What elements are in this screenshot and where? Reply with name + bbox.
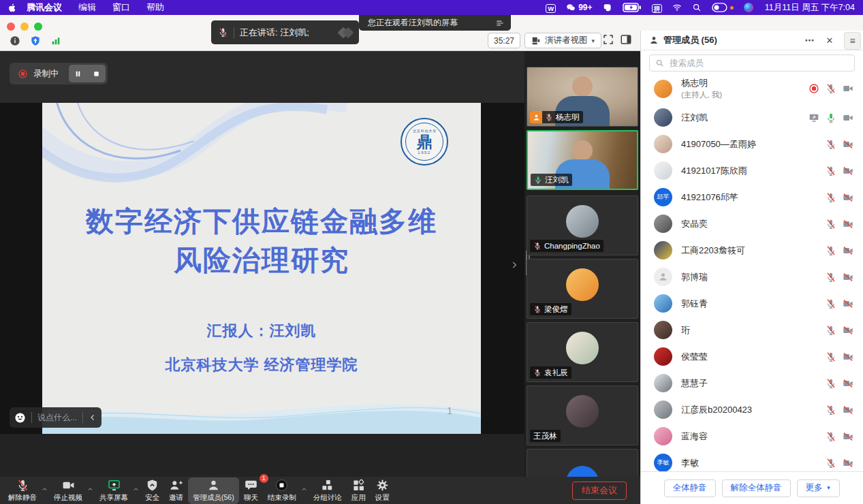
member-camera-icon[interactable] bbox=[843, 298, 853, 309]
toolbar-button[interactable]: 设置 bbox=[371, 477, 394, 504]
member-mic-icon[interactable] bbox=[826, 139, 836, 150]
member-row[interactable]: 慧慧子 bbox=[641, 370, 863, 396]
collapse-video-strip-chevron[interactable] bbox=[509, 257, 519, 272]
toolbar-button[interactable]: 1 聊天 bbox=[239, 477, 263, 504]
member-mic-icon[interactable] bbox=[826, 245, 836, 256]
member-camera-icon[interactable] bbox=[843, 325, 853, 336]
member-camera-icon[interactable] bbox=[843, 245, 853, 256]
member-camera-icon[interactable] bbox=[843, 272, 853, 283]
fullscreen-button[interactable] bbox=[602, 33, 614, 46]
menubar-menu-item[interactable]: 窗口 bbox=[112, 1, 130, 14]
chevron-up-icon[interactable] bbox=[42, 486, 48, 492]
menubar-status-icon[interactable] bbox=[744, 3, 753, 13]
member-mic-icon[interactable] bbox=[826, 112, 836, 123]
panel-more-button[interactable]: ⋯ bbox=[804, 35, 816, 45]
member-row[interactable]: 江彦辰b20200423 bbox=[641, 396, 863, 423]
video-tile[interactable]: 杨志明 bbox=[527, 67, 638, 127]
view-mode-button[interactable]: 演讲者视图 ▾ bbox=[524, 33, 601, 48]
video-tile[interactable]: ChangpingZhao bbox=[527, 195, 638, 255]
member-row[interactable]: 杨志明 (主持人, 我) bbox=[641, 73, 863, 104]
member-camera-icon[interactable] bbox=[843, 219, 853, 230]
member-mic-icon[interactable] bbox=[826, 378, 836, 389]
apple-logo-icon[interactable] bbox=[8, 3, 17, 13]
meeting-status-icon[interactable] bbox=[30, 35, 41, 46]
zoom-window-button[interactable] bbox=[34, 22, 42, 31]
member-row[interactable]: 珩 bbox=[641, 317, 863, 343]
toolbar-button[interactable]: 分组讨论 bbox=[309, 477, 347, 504]
member-row[interactable]: 蓝海容 bbox=[641, 423, 863, 450]
member-row[interactable]: 侯莹莹 bbox=[641, 343, 863, 370]
chat-input-placeholder[interactable]: 说点什么... bbox=[37, 412, 77, 424]
member-mic-icon[interactable] bbox=[826, 219, 836, 230]
meeting-status-icon[interactable] bbox=[50, 35, 61, 46]
meeting-status-icon[interactable] bbox=[10, 35, 20, 46]
menubar-status-icon[interactable] bbox=[672, 3, 682, 13]
menubar-status-icon[interactable] bbox=[712, 3, 734, 13]
menubar-menu-item[interactable]: 腾讯会议 bbox=[27, 1, 62, 14]
member-camera-icon[interactable] bbox=[843, 139, 853, 150]
sidepanel-toggle-button[interactable] bbox=[620, 33, 632, 46]
member-search-box[interactable] bbox=[649, 54, 855, 72]
toolbar-button[interactable]: 管理成员(56) bbox=[188, 477, 239, 504]
member-mic-icon[interactable] bbox=[826, 272, 836, 283]
toolbar-button[interactable]: 停止视频 bbox=[49, 477, 87, 504]
member-camera-icon[interactable] bbox=[843, 112, 853, 123]
mute-all-button[interactable]: 全体静音 bbox=[664, 479, 716, 497]
menubar-status-icon[interactable]: 99+ bbox=[566, 3, 592, 13]
toolbar-button[interactable]: 结束录制 bbox=[263, 477, 301, 504]
video-tile[interactable] bbox=[527, 449, 638, 477]
toolbar-button[interactable]: 邀请 bbox=[164, 477, 188, 504]
video-tile[interactable]: 汪刘凯 bbox=[527, 130, 638, 190]
chevron-up-icon[interactable] bbox=[301, 486, 307, 492]
member-camera-icon[interactable] bbox=[843, 405, 853, 415]
member-mic-icon[interactable] bbox=[826, 325, 836, 336]
member-camera-icon[interactable] bbox=[843, 431, 853, 442]
menubar-status-icon[interactable]: 拼 bbox=[652, 3, 663, 13]
menubar-menu-item[interactable]: 编辑 bbox=[78, 1, 96, 14]
menubar-clock[interactable]: 11月11日 周五 下午7:04 bbox=[765, 2, 855, 14]
member-row[interactable]: 李敏 李敏 bbox=[641, 450, 863, 472]
more-actions-button[interactable]: 更多 ▼ bbox=[797, 479, 841, 497]
member-mic-icon[interactable] bbox=[826, 192, 836, 203]
menubar-status-icon[interactable] bbox=[692, 3, 702, 13]
member-camera-icon[interactable] bbox=[843, 192, 853, 203]
member-mic-icon[interactable] bbox=[826, 431, 836, 442]
panel-menu-tab[interactable]: ≡ bbox=[844, 32, 861, 50]
list-lines-icon[interactable] bbox=[495, 18, 505, 28]
chevron-up-icon[interactable] bbox=[87, 486, 93, 492]
menubar-status-icon[interactable] bbox=[623, 3, 642, 13]
member-row[interactable]: 郭博瑞 bbox=[641, 264, 863, 290]
member-row[interactable]: 汪刘凯 bbox=[641, 104, 863, 131]
member-mic-icon[interactable] bbox=[826, 298, 836, 309]
end-meeting-button[interactable]: 结束会议 bbox=[572, 482, 627, 500]
member-row[interactable]: 邱芊 41921076邱芊 bbox=[641, 184, 863, 210]
video-tile[interactable]: 梁俊熠 bbox=[527, 259, 638, 319]
pause-recording-button[interactable] bbox=[69, 65, 87, 82]
member-row[interactable]: 安晶奕 bbox=[641, 210, 863, 237]
member-row[interactable]: 郭钰青 bbox=[641, 290, 863, 317]
close-window-button[interactable] bbox=[7, 22, 15, 31]
member-row[interactable]: 41921017陈欣雨 bbox=[641, 157, 863, 184]
toolbar-button[interactable]: 共享屏幕 bbox=[95, 477, 133, 504]
chevron-left-icon[interactable] bbox=[89, 413, 97, 422]
member-mic-icon[interactable] bbox=[826, 458, 836, 469]
menubar-status-icon[interactable]: W bbox=[546, 3, 556, 13]
member-camera-icon[interactable] bbox=[843, 378, 853, 389]
toolbar-button[interactable]: 安全 bbox=[140, 477, 164, 504]
stop-recording-button[interactable] bbox=[87, 65, 106, 82]
quick-chat-overlay[interactable]: 说点什么... bbox=[10, 407, 101, 428]
minimize-window-button[interactable] bbox=[20, 22, 29, 31]
member-camera-icon[interactable] bbox=[843, 166, 853, 176]
video-tile[interactable]: 袁礼辰 bbox=[527, 322, 638, 382]
member-mic-icon[interactable] bbox=[826, 405, 836, 415]
unmute-all-button[interactable]: 解除全体静音 bbox=[722, 479, 791, 497]
member-camera-icon[interactable] bbox=[843, 83, 853, 94]
toolbar-button[interactable]: 应用 bbox=[347, 477, 371, 504]
video-tile[interactable]: 王茂林 bbox=[527, 385, 638, 445]
member-mic-icon[interactable] bbox=[826, 166, 836, 176]
member-mic-icon[interactable] bbox=[826, 83, 836, 94]
member-camera-icon[interactable] bbox=[843, 351, 853, 362]
member-row[interactable]: 工商2203詹筱可 bbox=[641, 237, 863, 264]
member-mic-icon[interactable] bbox=[826, 351, 836, 362]
chevron-up-icon[interactable] bbox=[133, 486, 139, 492]
